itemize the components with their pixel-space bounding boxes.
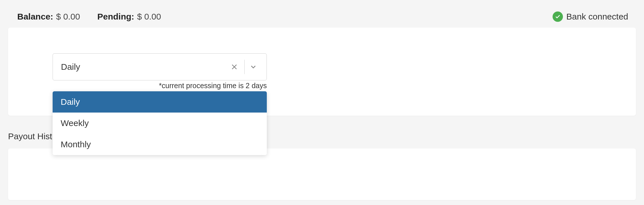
dropdown-toggle[interactable]: [246, 61, 261, 73]
dropdown-option-daily[interactable]: Daily: [53, 91, 267, 113]
check-circle-icon: [553, 11, 563, 22]
header-left: Balance: $ 0.00 Pending: $ 0.00: [17, 12, 161, 22]
chevron-down-icon: [249, 63, 257, 71]
balance-label: Balance:: [17, 12, 53, 22]
dropdown-menu: Daily Weekly Monthly: [53, 91, 267, 155]
header-bar: Balance: $ 0.00 Pending: $ 0.00 Bank con…: [0, 0, 644, 28]
pending-label: Pending:: [97, 12, 134, 22]
balance-value: $ 0.00: [56, 12, 80, 22]
balance-group: Balance: $ 0.00: [17, 12, 80, 22]
bank-status: Bank connected: [553, 11, 632, 22]
helper-text: *current processing time is 2 days: [53, 82, 267, 90]
dropdown-option-weekly[interactable]: Weekly: [53, 113, 267, 134]
select-value: Daily: [61, 62, 80, 72]
pending-value: $ 0.00: [137, 12, 161, 22]
close-icon: [231, 63, 238, 71]
dropdown-option-monthly[interactable]: Monthly: [53, 134, 267, 155]
payout-history-card: [8, 148, 636, 200]
select-controls: [225, 60, 261, 74]
frequency-card: Daily *current processing time is 2 days…: [8, 28, 636, 116]
bank-status-text: Bank connected: [566, 12, 628, 22]
select-wrapper: Daily *current processing time is 2 days…: [53, 53, 267, 90]
pending-group: Pending: $ 0.00: [97, 12, 161, 22]
frequency-select[interactable]: Daily: [53, 53, 267, 80]
select-divider: [244, 60, 245, 74]
clear-button[interactable]: [225, 61, 243, 73]
